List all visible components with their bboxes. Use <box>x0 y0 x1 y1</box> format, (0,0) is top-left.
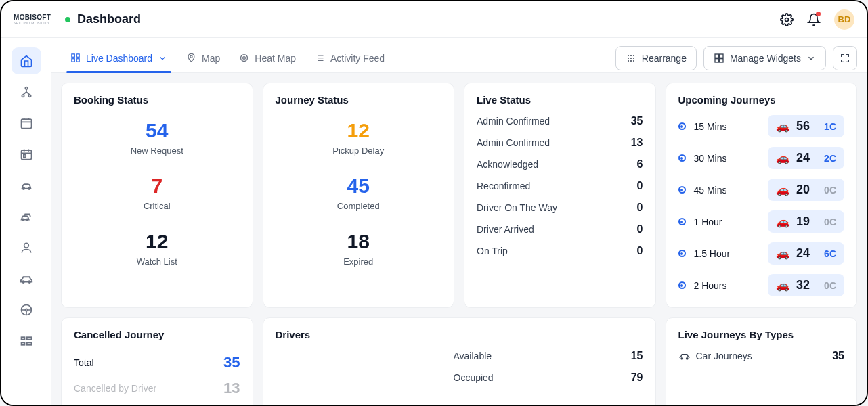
sidebar-item-cars[interactable] <box>12 203 41 230</box>
dashboard-icon <box>70 53 81 63</box>
live-row[interactable]: Driver On The Way0 <box>477 202 643 214</box>
upcoming-pill: 🚗200C <box>768 179 844 201</box>
radio-icon <box>678 122 686 130</box>
card-title: Live Journeys By Types <box>678 329 845 340</box>
chevron-down-icon <box>158 53 167 63</box>
svg-point-26 <box>243 57 246 60</box>
car-icon: 🚗 <box>776 183 789 196</box>
live-row[interactable]: Driver Arrived0 <box>477 223 643 235</box>
stat-critical[interactable]: 7 Critical <box>144 175 171 211</box>
upcoming-row[interactable]: 30 Mins 🚗242C <box>678 147 845 169</box>
driver-row[interactable]: Occupied79 <box>454 371 643 384</box>
stat-value: 7 <box>144 175 171 197</box>
pill-count: 20 <box>796 183 810 197</box>
stat-label: Critical <box>144 201 171 211</box>
gear-icon <box>780 13 794 26</box>
row-label: Cancelled by Driver <box>74 383 156 394</box>
card-title: Booking Status <box>74 94 240 106</box>
upcoming-row[interactable]: 2 Hours 🚗320C <box>678 274 845 296</box>
row-value: 0 <box>637 180 643 192</box>
settings-button[interactable] <box>777 10 796 29</box>
pill-count: 24 <box>796 246 810 261</box>
notification-dot-icon <box>816 12 821 16</box>
fullscreen-button[interactable] <box>833 46 857 70</box>
tab-heat-map[interactable]: Heat Map <box>230 43 305 72</box>
row-label: Admin Confirmed <box>477 116 550 127</box>
pill-c: 0C <box>824 217 836 227</box>
stat-expired[interactable]: 18 Expired <box>343 230 373 267</box>
svg-rect-20 <box>72 54 74 57</box>
stat-new-request[interactable]: 54 New Request <box>131 119 183 156</box>
live-row[interactable]: On Trip0 <box>477 245 643 257</box>
car-outline-icon <box>19 271 34 286</box>
radio-icon <box>678 281 686 289</box>
svg-rect-17 <box>21 343 24 345</box>
svg-rect-21 <box>77 54 79 57</box>
sidebar-item-hierarchy[interactable] <box>12 78 41 106</box>
target-icon <box>239 53 249 63</box>
logo: MOBISOFT SECOND MOBILITY <box>14 14 51 25</box>
rearrange-button[interactable]: Rearrange <box>615 46 697 70</box>
svg-rect-36 <box>715 54 718 58</box>
tab-label: Live Dashboard <box>86 53 152 64</box>
bytype-row[interactable]: Car Journeys 35 <box>678 350 845 362</box>
svg-point-31 <box>630 58 632 59</box>
topbar: MOBISOFT SECOND MOBILITY Dashboard BD <box>1 1 867 38</box>
upcoming-row[interactable]: 45 Mins 🚗200C <box>678 179 845 201</box>
stat-value: 12 <box>137 230 177 252</box>
tab-live-dashboard[interactable]: Live Dashboard <box>61 43 177 72</box>
pill-count: 32 <box>796 278 810 292</box>
tab-label: Activity Feed <box>330 53 385 64</box>
stat-label: Completed <box>337 201 380 211</box>
live-row[interactable]: Acknowledged6 <box>477 158 643 171</box>
stat-completed[interactable]: 45 Completed <box>337 175 380 211</box>
sidebar-item-calendar-date[interactable] <box>12 141 41 168</box>
manage-widgets-button[interactable]: Manage Widgets <box>703 46 826 70</box>
app-root: MOBISOFT SECOND MOBILITY Dashboard BD <box>0 0 868 406</box>
sidebar-item-layout[interactable] <box>12 328 41 355</box>
user-avatar[interactable]: BD <box>834 9 854 30</box>
upcoming-row[interactable]: 1.5 Hour 🚗246C <box>678 242 845 265</box>
sidebar-item-vehicle[interactable] <box>12 265 41 292</box>
live-row[interactable]: Admin Confirmed13 <box>477 137 643 149</box>
live-row[interactable]: Reconfirmed0 <box>477 180 643 192</box>
stat-value: 18 <box>343 230 373 252</box>
car-side-icon <box>678 350 691 362</box>
live-row[interactable]: Admin Confirmed35 <box>477 115 643 127</box>
tab-map[interactable]: Map <box>177 43 230 72</box>
sidebar-item-user[interactable] <box>12 234 41 261</box>
notifications-button[interactable] <box>804 10 823 29</box>
sidebar-item-wheel[interactable] <box>12 296 41 323</box>
svg-point-0 <box>785 18 789 21</box>
svg-point-2 <box>22 95 24 97</box>
row-label: Driver Arrived <box>477 224 534 235</box>
sidebar-item-calendar[interactable] <box>12 110 41 137</box>
calendar-icon <box>20 116 33 130</box>
stat-label: Pickup Delay <box>332 145 384 156</box>
stat-pickup-delay[interactable]: 12 Pickup Delay <box>332 119 384 156</box>
button-label: Manage Widgets <box>730 53 801 64</box>
row-label: 2 Hours <box>694 280 760 291</box>
svg-point-11 <box>24 243 28 248</box>
radio-icon <box>678 154 686 162</box>
row-value: 13 <box>631 137 643 149</box>
row-label: 15 Mins <box>694 121 760 132</box>
card-drivers: Drivers Available15 Occupied79 <box>263 317 656 405</box>
radio-icon <box>678 186 686 194</box>
cancelled-row[interactable]: Total35 <box>74 350 240 376</box>
content-grid: Booking Status 54 New Request 7 Critical… <box>51 73 867 405</box>
svg-rect-6 <box>23 155 25 157</box>
upcoming-row[interactable]: 15 Mins 🚗561C <box>678 115 845 137</box>
stat-watch-list[interactable]: 12 Watch List <box>137 230 177 267</box>
tab-label: Heat Map <box>255 53 296 64</box>
home-icon <box>20 54 33 68</box>
svg-rect-39 <box>720 58 723 62</box>
tab-activity-feed[interactable]: Activity Feed <box>305 43 394 72</box>
driver-row[interactable]: Available15 <box>454 350 643 362</box>
svg-point-3 <box>28 95 30 97</box>
sidebar-item-car[interactable] <box>12 172 41 199</box>
cancelled-row[interactable]: Cancelled by Driver13 <box>74 376 240 401</box>
upcoming-row[interactable]: 1 Hour 🚗190C <box>678 210 845 233</box>
sidebar-item-home[interactable] <box>12 47 41 74</box>
upcoming-pill: 🚗246C <box>768 242 844 265</box>
